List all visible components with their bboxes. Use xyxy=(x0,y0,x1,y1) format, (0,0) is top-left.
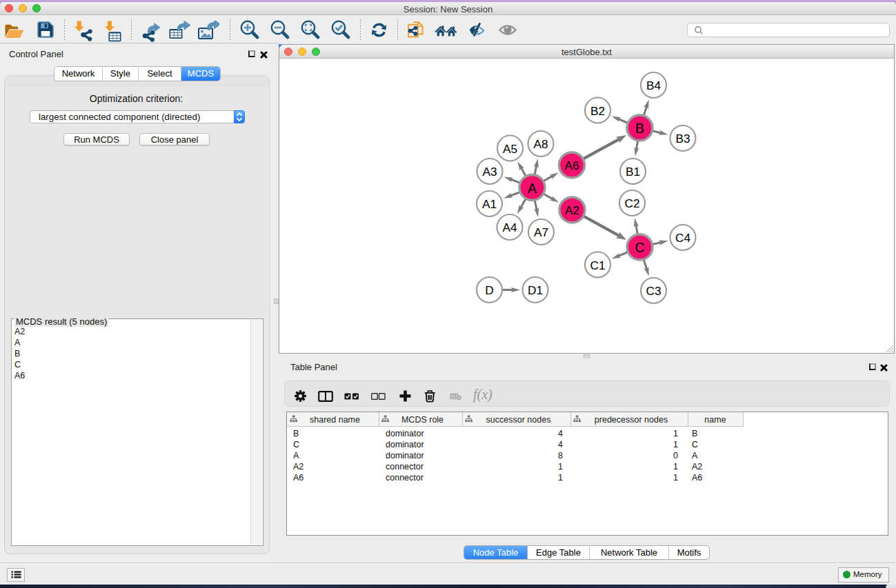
svg-text:B1: B1 xyxy=(626,165,640,179)
svg-text:D1: D1 xyxy=(528,283,543,297)
svg-text:C2: C2 xyxy=(624,196,639,210)
svg-text:B: B xyxy=(635,121,644,136)
svg-text:C3: C3 xyxy=(646,284,661,298)
svg-text:A3: A3 xyxy=(482,165,497,179)
svg-text:A7: A7 xyxy=(534,225,548,239)
svg-text:A6: A6 xyxy=(564,159,579,172)
svg-text:A: A xyxy=(528,181,537,196)
svg-text:A2: A2 xyxy=(565,203,579,217)
svg-text:B2: B2 xyxy=(590,104,605,118)
svg-text:A1: A1 xyxy=(482,197,497,211)
svg-text:D: D xyxy=(485,283,493,297)
svg-text:B3: B3 xyxy=(675,132,690,145)
svg-text:C4: C4 xyxy=(675,231,690,245)
svg-text:B4: B4 xyxy=(646,79,661,92)
svg-text:C: C xyxy=(635,240,644,255)
svg-text:C1: C1 xyxy=(590,258,605,272)
svg-text:A5: A5 xyxy=(503,142,517,156)
svg-text:A8: A8 xyxy=(533,137,548,151)
svg-text:A4: A4 xyxy=(502,221,517,234)
